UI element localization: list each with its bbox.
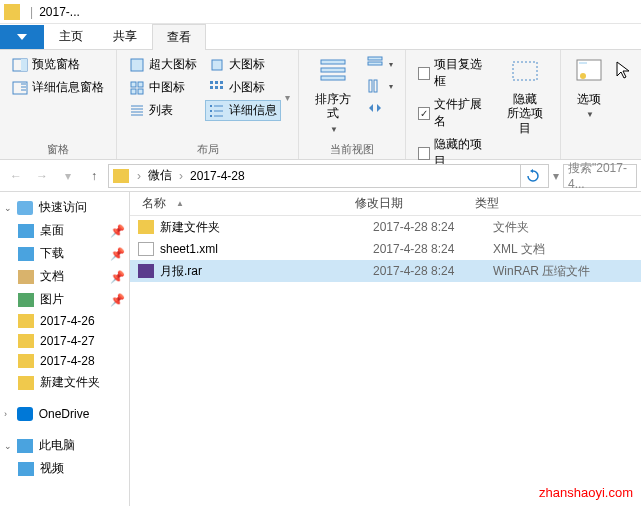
pictures-label: 图片 <box>40 291 64 308</box>
expand-icon[interactable]: ⌄ <box>4 441 12 451</box>
chevron-down-icon: ▼ <box>330 125 338 135</box>
expand-icon[interactable]: ⌄ <box>4 203 12 213</box>
details-icon <box>209 103 225 119</box>
titlebar-path: 2017-... <box>39 5 80 19</box>
pictures-icon <box>18 293 34 307</box>
sidebar-item-folder[interactable]: 新建文件夹 <box>0 371 129 394</box>
sidebar-item-thispc[interactable]: ⌄ 此电脑 <box>0 434 129 457</box>
column-header-modified[interactable]: 修改日期 <box>355 195 475 212</box>
sidebar-item-onedrive[interactable]: › OneDrive <box>0 404 129 424</box>
up-button[interactable]: ↑ <box>82 164 106 188</box>
svg-rect-35 <box>513 62 537 80</box>
ribbon-tabs: 主页 共享 查看 <box>0 24 641 50</box>
chevron-right-icon[interactable]: › <box>175 169 187 183</box>
sidebar-item-quick-access[interactable]: ⌄ 快速访问 <box>0 196 129 219</box>
address-bar[interactable]: › 微信 › 2017-4-28 <box>108 164 549 188</box>
file-date: 2017-4-28 8:24 <box>373 220 493 234</box>
svg-rect-30 <box>321 76 345 80</box>
chevron-down-icon: ▾ <box>389 60 393 69</box>
layout-small[interactable]: 小图标 <box>205 77 281 98</box>
svg-rect-26 <box>210 115 212 117</box>
svg-rect-1 <box>21 59 27 71</box>
file-extensions-label: 文件扩展名 <box>434 96 490 130</box>
breadcrumb-segment[interactable]: 微信 <box>145 167 175 184</box>
type-col-label: 类型 <box>475 196 499 210</box>
sidebar-item-videos[interactable]: 视频 <box>0 457 129 480</box>
tab-share[interactable]: 共享 <box>98 23 152 49</box>
name-col-label: 名称 <box>142 195 166 212</box>
refresh-button[interactable] <box>520 164 544 188</box>
panes-group-label: 窗格 <box>8 140 108 157</box>
list-item[interactable]: 新建文件夹 2017-4-28 8:24 文件夹 <box>130 216 641 238</box>
folder-icon <box>18 354 34 368</box>
cursor-icon <box>615 60 631 80</box>
layout-group-label: 布局 <box>125 140 290 157</box>
preview-pane-button[interactable]: 预览窗格 <box>8 54 108 75</box>
ribbon: 预览窗格 详细信息窗格 窗格 超大图标 中图标 <box>0 50 641 160</box>
sidebar-item-pictures[interactable]: 图片📌 <box>0 288 129 311</box>
layout-medium[interactable]: 中图标 <box>125 77 201 98</box>
pin-icon: 📌 <box>110 224 125 238</box>
layout-medium-label: 中图标 <box>149 79 185 96</box>
currentview-group-label: 当前视图 <box>307 140 397 157</box>
file-menu-button[interactable] <box>0 25 44 49</box>
sidebar-item-desktop[interactable]: 桌面📌 <box>0 219 129 242</box>
hide-selected-button[interactable]: 隐藏所选项目 <box>498 54 552 172</box>
sort-by-button[interactable]: 排序方式 ▼ <box>307 54 359 140</box>
recent-locations-button[interactable]: ▾ <box>56 164 80 188</box>
expand-icon[interactable]: › <box>4 409 7 419</box>
checkbox-icon <box>418 67 430 80</box>
star-icon <box>17 201 33 215</box>
sidebar-item-folder[interactable]: 2017-4-26 <box>0 311 129 331</box>
group-by-button[interactable]: ▾ <box>363 54 397 74</box>
list-icon <box>129 103 145 119</box>
svg-rect-15 <box>212 60 222 70</box>
search-input[interactable]: 搜索"2017-4... <box>563 164 637 188</box>
small-icon <box>209 80 225 96</box>
file-extensions-toggle[interactable]: ✓ 文件扩展名 <box>414 94 495 132</box>
sidebar-item-downloads[interactable]: 下载📌 <box>0 242 129 265</box>
layout-details[interactable]: 详细信息 <box>205 100 281 121</box>
chevron-right-icon[interactable]: › <box>133 169 145 183</box>
address-bar-row: ← → ▾ ↑ › 微信 › 2017-4-28 ▾ 搜索"2017-4... <box>0 160 641 192</box>
cloud-icon <box>17 407 33 421</box>
layout-expand-icon[interactable]: ▾ <box>285 54 290 140</box>
sidebar-item-documents[interactable]: 文档📌 <box>0 265 129 288</box>
group-icon <box>367 56 383 72</box>
forward-button[interactable]: → <box>30 164 54 188</box>
layout-large[interactable]: 大图标 <box>205 54 281 75</box>
downloads-label: 下载 <box>40 245 64 262</box>
item-checkboxes-toggle[interactable]: 项目复选框 <box>414 54 495 92</box>
size-columns-button[interactable] <box>363 98 397 118</box>
list-item[interactable]: sheet1.xml 2017-4-28 8:24 XML 文档 <box>130 238 641 260</box>
large-icon <box>209 57 225 73</box>
add-columns-button[interactable]: ▾ <box>363 76 397 96</box>
hide-selected-label-1: 隐藏 <box>513 92 537 106</box>
breadcrumb-segment[interactable]: 2017-4-28 <box>187 169 248 183</box>
address-dropdown-icon[interactable]: ▾ <box>551 169 561 183</box>
details-pane-button[interactable]: 详细信息窗格 <box>8 77 108 98</box>
sidebar-item-folder[interactable]: 2017-4-27 <box>0 331 129 351</box>
pin-icon: 📌 <box>110 293 125 307</box>
list-item[interactable]: 月报.rar 2017-4-28 8:24 WinRAR 压缩文件 <box>130 260 641 282</box>
tab-view[interactable]: 查看 <box>152 24 206 50</box>
layout-extra-large[interactable]: 超大图标 <box>125 54 201 75</box>
hide-selected-label-2: 所选项目 <box>507 106 543 134</box>
columns-icon <box>367 78 383 94</box>
desktop-icon <box>18 224 34 238</box>
options-label: 选项 <box>577 92 601 106</box>
column-header-type[interactable]: 类型 <box>475 195 641 212</box>
back-button[interactable]: ← <box>4 164 28 188</box>
svg-rect-8 <box>138 82 143 87</box>
folder-label: 2017-4-27 <box>40 334 95 348</box>
file-list: 名称▲ 修改日期 类型 新建文件夹 2017-4-28 8:24 文件夹 she… <box>130 192 641 506</box>
sidebar-item-folder[interactable]: 2017-4-28 <box>0 351 129 371</box>
svg-rect-28 <box>321 60 345 64</box>
tab-home[interactable]: 主页 <box>44 23 98 49</box>
details-pane-label: 详细信息窗格 <box>32 79 104 96</box>
folder-label: 2017-4-28 <box>40 354 95 368</box>
layout-list[interactable]: 列表 <box>125 100 201 121</box>
options-button[interactable]: 选项 ▼ <box>569 54 609 157</box>
column-header-name[interactable]: 名称▲ <box>130 195 355 212</box>
onedrive-label: OneDrive <box>39 407 90 421</box>
